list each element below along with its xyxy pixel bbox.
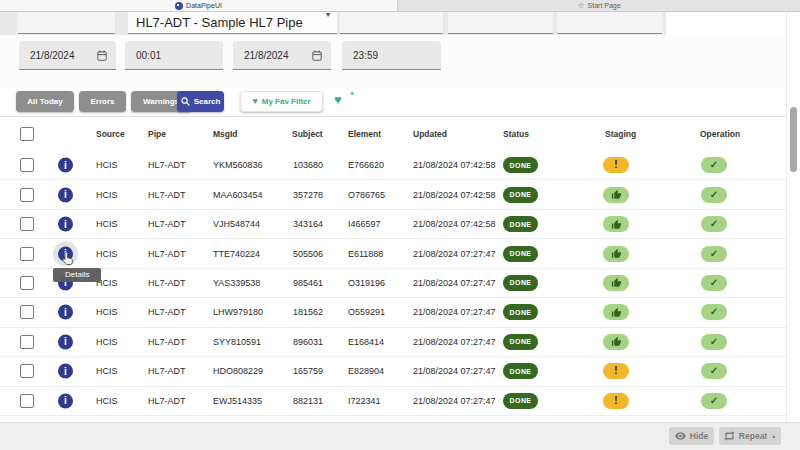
header-element: Element [348,129,381,139]
errors-label: Errors [90,97,114,106]
hide-button[interactable]: Hide [669,427,714,445]
staging-badge[interactable]: ! [603,304,629,320]
repeat-icon [724,431,735,441]
cell-updated: 21/08/2024 07:42:58 [413,160,496,170]
status-badge: DONE [503,304,538,320]
info-icon[interactable]: i [58,393,73,408]
app-tab-title: DataPipeUI [186,2,222,9]
app-favicon-icon [175,2,183,10]
cell-msgid: HDO808229 [213,366,263,376]
select-all-checkbox[interactable] [20,127,34,141]
row-checkbox[interactable] [20,394,34,408]
search-label: Search [194,97,221,106]
row-checkbox[interactable] [20,217,34,231]
check-icon: ✓ [710,249,718,259]
pipe-form-row: HL7-ADT - Sample HL7 Pipe ▾ [0,12,800,35]
table-row: i HCIS HL7-ADT YAS339538 985461 O319196 … [0,269,786,298]
cell-subject: 357278 [293,190,323,200]
pipe-select[interactable]: HL7-ADT - Sample HL7 Pipe ▾ [128,12,337,34]
add-favorite-button[interactable]: ♥ + [334,93,354,111]
info-icon[interactable]: i [58,364,73,379]
cell-updated: 21/08/2024 07:27:47 [413,337,496,347]
info-icon[interactable]: i [58,187,73,202]
cell-subject: 181562 [293,307,323,317]
info-icon[interactable]: i [58,158,73,173]
table-row: i HCIS HL7-ADT MAA603454 357278 O786765 … [0,180,786,209]
thumb-up-icon [611,219,622,230]
cell-source: HCIS [96,337,118,347]
heart-icon: ♥ [252,97,257,106]
cell-pipe: HL7-ADT [148,219,186,229]
time-to-value: 23:59 [353,50,378,61]
cell-subject: 343164 [293,219,323,229]
all-today-button[interactable]: All Today [16,91,74,112]
time-from-field[interactable]: 00:01 [125,41,223,70]
row-checkbox[interactable] [20,158,34,172]
check-icon: ✓ [710,160,718,170]
form-field-5[interactable] [557,12,662,34]
table-row: i HCIS HL7-ADT VJH548744 343164 I466597 … [0,210,786,239]
thumb-up-icon [611,307,622,318]
operation-check-badge[interactable]: ✓ [701,275,727,291]
info-icon[interactable]: i [58,305,73,320]
cell-source: HCIS [96,160,118,170]
status-badge: DONE [503,334,538,350]
staging-badge[interactable]: ! [603,187,629,203]
operation-check-badge[interactable]: ✓ [701,246,727,262]
cell-msgid: YAS339538 [213,278,260,288]
check-icon: ✓ [710,278,718,288]
operation-check-badge[interactable]: ✓ [701,304,727,320]
status-badge: DONE [503,157,538,173]
calendar-icon[interactable] [312,50,322,61]
row-checkbox[interactable] [20,364,34,378]
cell-updated: 21/08/2024 07:42:58 [413,219,496,229]
staging-badge[interactable]: ! [603,157,629,173]
operation-check-badge[interactable]: ✓ [701,216,727,232]
staging-badge[interactable]: ! [603,334,629,350]
thumb-up-icon [611,189,622,200]
staging-badge[interactable]: ! [603,393,629,409]
my-fav-filter-button[interactable]: ♥ My Fav Filter [240,91,323,112]
star-icon: ☆ [577,2,584,10]
operation-check-badge[interactable]: ✓ [701,187,727,203]
search-button[interactable]: Search [177,91,224,112]
browser-tab-datapipeui[interactable]: DataPipeUI [0,0,398,11]
operation-check-badge[interactable]: ✓ [701,393,727,409]
operation-check-badge[interactable]: ✓ [701,157,727,173]
row-checkbox[interactable] [20,305,34,319]
browser-tab-start-page[interactable]: ☆ Start Page [398,0,800,11]
staging-badge[interactable]: ! [603,363,629,379]
row-checkbox[interactable] [20,335,34,349]
errors-button[interactable]: Errors [79,91,126,112]
info-icon[interactable]: i [58,334,73,349]
staging-badge[interactable]: ! [603,275,629,291]
operation-check-badge[interactable]: ✓ [701,334,727,350]
form-field-4[interactable] [448,12,553,34]
mouse-cursor [62,251,75,266]
header-msgid: MsgId [213,129,238,139]
calendar-icon[interactable] [97,50,107,61]
staging-badge[interactable]: ! [603,216,629,232]
row-checkbox[interactable] [20,247,34,261]
cell-pipe: HL7-ADT [148,160,186,170]
check-icon: ✓ [710,366,718,376]
repeat-button[interactable]: Repeat ▲ [719,427,781,445]
time-from-value: 00:01 [136,50,161,61]
time-to-field[interactable]: 23:59 [342,41,441,70]
form-field-3[interactable] [340,12,443,34]
table-row: i HCIS HL7-ADT TTE740224 505506 E611888 … [0,239,786,268]
scrollbar-track[interactable] [786,12,800,422]
date-to-field[interactable]: 21/8/2024 [233,41,331,70]
operation-check-badge[interactable]: ✓ [701,363,727,379]
row-checkbox[interactable] [20,276,34,290]
date-from-field[interactable]: 21/8/2024 [19,41,116,70]
info-icon[interactable]: i [58,217,73,232]
table-header: Source Pipe MsgId Subject Element Update… [0,117,786,152]
scrollbar-thumb[interactable] [790,107,797,172]
cell-updated: 21/08/2024 07:27:47 [413,396,496,406]
staging-badge[interactable]: ! [603,246,629,262]
cell-updated: 21/08/2024 07:27:47 [413,366,496,376]
cell-pipe: HL7-ADT [148,307,186,317]
form-field-left[interactable] [18,12,115,34]
row-checkbox[interactable] [20,188,34,202]
